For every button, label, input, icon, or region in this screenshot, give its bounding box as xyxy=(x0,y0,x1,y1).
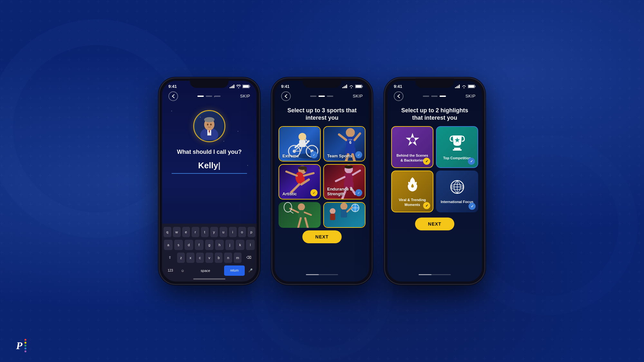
svg-rect-83 xyxy=(458,86,459,88)
svg-rect-37 xyxy=(299,140,306,147)
key-u[interactable]: u xyxy=(220,227,227,237)
key-emoji[interactable]: ☺ xyxy=(178,265,187,276)
svg-rect-86 xyxy=(475,86,476,87)
back-button-1[interactable] xyxy=(168,91,178,101)
racquet-figure xyxy=(282,202,321,228)
svg-line-39 xyxy=(306,141,309,144)
sports-next-button[interactable]: NEXT xyxy=(302,230,341,243)
sport-card-endurance[interactable]: Endurance & Strength ✓ xyxy=(323,164,365,200)
svg-line-48 xyxy=(353,154,355,161)
skip-button-2[interactable]: SKIP xyxy=(353,94,363,98)
sport-card-water[interactable] xyxy=(323,202,365,228)
trophy-svg xyxy=(450,134,465,151)
behind-scenes-icon xyxy=(404,132,421,151)
key-b[interactable]: b xyxy=(215,253,223,263)
logo-dot-yellow xyxy=(24,342,26,344)
key-h[interactable]: h xyxy=(215,240,224,250)
key-mic[interactable]: 🎤 xyxy=(246,265,255,276)
key-s[interactable]: s xyxy=(174,240,183,250)
svg-line-51 xyxy=(286,172,297,176)
key-o[interactable]: o xyxy=(238,227,246,237)
highlights-next-button[interactable]: NEXT xyxy=(415,218,454,230)
key-k[interactable]: k xyxy=(236,240,244,250)
key-e[interactable]: e xyxy=(182,227,190,237)
svg-rect-19 xyxy=(344,86,345,88)
svg-rect-87 xyxy=(469,85,474,88)
key-p[interactable]: p xyxy=(248,227,255,237)
highlight-card-top-competition[interactable]: Top Competition ✓ xyxy=(436,126,478,168)
name-question: What should I call you? xyxy=(162,149,257,155)
back-button-3[interactable] xyxy=(394,91,403,101)
svg-rect-18 xyxy=(342,87,343,88)
key-l[interactable]: l xyxy=(246,240,255,250)
svg-point-16 xyxy=(207,124,209,125)
svg-point-36 xyxy=(298,133,306,141)
skip-button-1[interactable]: SKIP xyxy=(240,94,250,98)
svg-line-70 xyxy=(305,212,311,215)
sports-grid: Extreme ✓ 6 xyxy=(275,126,369,228)
svg-point-15 xyxy=(204,117,214,122)
keyboard: q w e r t y u i o p a s d xyxy=(162,224,257,282)
key-w[interactable]: w xyxy=(173,227,181,237)
key-123[interactable]: 123 xyxy=(164,265,177,276)
svg-point-1 xyxy=(467,145,628,306)
teamsports-label: Team Sports xyxy=(327,153,352,158)
phone-1-status-icons xyxy=(230,85,250,88)
key-x[interactable]: x xyxy=(186,253,194,263)
phone-2-nav: SKIP xyxy=(275,89,369,104)
key-v[interactable]: v xyxy=(205,253,213,263)
key-g[interactable]: g xyxy=(205,240,214,250)
key-j[interactable]: j xyxy=(225,240,234,250)
highlight-card-international[interactable]: International Focus ✓ xyxy=(436,171,478,212)
dot-2-1 xyxy=(310,96,317,97)
key-f[interactable]: f xyxy=(195,240,204,250)
key-shift[interactable]: ⇧ xyxy=(164,253,175,263)
svg-line-60 xyxy=(353,171,360,175)
svg-rect-24 xyxy=(356,85,362,88)
highlight-card-viral[interactable]: Viral & Trending Moments ✓ xyxy=(391,171,433,212)
water-bg xyxy=(324,203,365,227)
scroll-thumb-3 xyxy=(419,274,431,275)
key-q[interactable]: q xyxy=(164,227,171,237)
svg-point-65 xyxy=(298,203,305,210)
dot-3 xyxy=(214,96,221,97)
svg-rect-3 xyxy=(230,87,231,88)
svg-rect-21 xyxy=(346,85,347,88)
key-y[interactable]: y xyxy=(210,227,218,237)
flame-svg xyxy=(405,176,420,193)
phone-1: 9:41 xyxy=(159,78,259,284)
phone-3-content: 9:41 xyxy=(387,81,482,282)
svg-point-17 xyxy=(210,124,212,125)
key-m[interactable]: m xyxy=(234,253,242,263)
sport-card-teamsports[interactable]: 6 USA Te xyxy=(323,126,365,162)
highlight-card-behind-scenes[interactable]: Behind the Scenes& Backstories ✓ xyxy=(391,126,433,168)
key-i[interactable]: i xyxy=(229,227,237,237)
name-display[interactable]: Kelly| xyxy=(172,161,247,174)
phone-1-content: 9:41 xyxy=(162,81,257,282)
dot-3-3 xyxy=(440,96,446,97)
sports-title: Select up to 3 sports that interest you xyxy=(275,104,369,126)
back-button-2[interactable] xyxy=(281,91,291,101)
behind-scenes-check: ✓ xyxy=(423,158,430,165)
dot-3-2 xyxy=(431,96,438,97)
international-check: ✓ xyxy=(469,203,476,210)
key-r[interactable]: r xyxy=(192,227,199,237)
water-figure xyxy=(326,202,365,227)
key-n[interactable]: n xyxy=(224,253,232,263)
phone-2-time: 9:41 xyxy=(281,84,289,89)
logo-dot-blue xyxy=(24,348,26,349)
key-t[interactable]: t xyxy=(201,227,209,237)
skip-button-3[interactable]: SKIP xyxy=(465,94,476,98)
key-space[interactable]: space xyxy=(188,265,223,276)
sport-card-artistic[interactable]: Artistic ✓ xyxy=(279,164,321,200)
key-d[interactable]: d xyxy=(185,240,193,250)
svg-rect-66 xyxy=(298,210,305,218)
key-z[interactable]: z xyxy=(177,253,185,263)
key-delete[interactable]: ⌫ xyxy=(243,253,255,263)
sport-card-racquet[interactable] xyxy=(279,202,321,228)
sport-card-extreme[interactable]: Extreme ✓ xyxy=(279,126,321,162)
key-a[interactable]: a xyxy=(164,240,173,250)
key-return[interactable]: return xyxy=(224,265,245,276)
phone-3-notch xyxy=(415,78,454,88)
key-c[interactable]: c xyxy=(196,253,204,263)
